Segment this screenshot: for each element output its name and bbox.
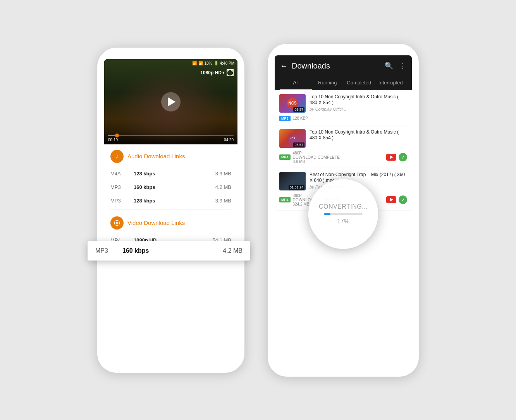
battery-text: 10% [205, 61, 212, 65]
item-1-title: Top 10 Non Copyright Intro & Outro Music… [310, 94, 407, 106]
video-section-header: Video Download Links [104, 211, 237, 233]
chevron-down-icon: ▾ [222, 70, 224, 75]
converting-overlay: CONVERTING... 17% [308, 179, 378, 249]
left-phone-screen: 📶 📶 10% 🔋 4:48 PM 1080p HD ▾ [104, 59, 237, 361]
quality-text: 1080p HD [200, 70, 222, 75]
audio-row-mp3-160[interactable]: MP3 160 kbps 4.2 MB [104, 180, 237, 194]
format-label: M4A [110, 171, 134, 177]
size-label: 4.2 MB [215, 184, 231, 190]
search-icon[interactable]: 🔍 [385, 62, 393, 70]
youtube-icon[interactable] [386, 154, 396, 161]
converting-bar-fill [324, 213, 330, 215]
converting-percent: 17% [337, 218, 349, 225]
tab-all[interactable]: All [280, 76, 312, 90]
app-header-top: ← Downloads 🔍 ⋮ [280, 62, 406, 70]
item-2-thumbnail: NCS 03:57 [279, 129, 306, 148]
play-triangle-icon [168, 97, 175, 106]
format-label: MP3 [110, 184, 134, 190]
item-3-title: Best of Non-Copyright Trap _ Mix (2017) … [310, 172, 407, 184]
download-item-2[interactable]: NCS 03:57 Top 10 Non Copyright Intro & O… [275, 125, 412, 168]
back-button[interactable]: ← [280, 62, 288, 70]
divider [110, 209, 231, 209]
item-2-format-badge: MP4 [279, 154, 291, 160]
audio-section-title: Audio Download Links [127, 153, 185, 159]
quality-label: 160 kbps [134, 184, 215, 190]
timeline-times: 00:19 04:20 [108, 138, 234, 142]
svg-point-1 [116, 222, 118, 224]
check-icon-3: ✓ [399, 195, 407, 204]
audio-row-m4a[interactable]: M4A 128 kbps 3.9 MB [104, 167, 237, 180]
item-3-thumbnail: 01:01:24 [279, 172, 306, 190]
item-1-quality: 128 KBP [293, 116, 407, 120]
quality-label: 128 kbps [134, 171, 215, 177]
quality-badge[interactable]: 1080p HD ▾ [200, 70, 224, 75]
item-2-actions: ✓ [386, 153, 407, 161]
right-phone: ← Downloads 🔍 ⋮ All Running Completed In… [268, 44, 419, 377]
highlighted-format: MP3 [95, 247, 122, 254]
audio-section-header: ♪ Audio Download Links [104, 144, 237, 167]
converting-progress-bar [324, 213, 363, 215]
highlighted-size: 4.2 MB [223, 247, 243, 254]
header-icons: 🔍 ⋮ [385, 62, 406, 70]
left-phone: 📶 📶 10% 🔋 4:48 PM 1080p HD ▾ [97, 48, 244, 373]
tab-completed[interactable]: Completed [343, 76, 375, 90]
download-item-1[interactable]: NCS 03:57 Top 10 Non Copyright Intro & O… [275, 90, 412, 125]
item-2-title: Top 10 Non Copyright Intro & Outro Music… [310, 129, 407, 141]
tabs-row: All Running Completed Interrupted [280, 76, 406, 90]
item-2-info: Top 10 Non Copyright Intro & Outro Music… [310, 129, 407, 142]
size-label: 3.9 MB [215, 171, 231, 177]
video-section-title: Video Download Links [127, 219, 185, 226]
video-controls-top: 1080p HD ▾ [200, 69, 234, 76]
format-label: MP3 [110, 198, 134, 204]
item-1-duration: 03:57 [293, 107, 304, 112]
highlighted-download-row[interactable]: MP3 160 kbps 4.2 MB [88, 241, 250, 261]
item-2-quality: 480P [293, 151, 384, 155]
size-label: 3.9 MB [215, 198, 231, 204]
fullscreen-icon[interactable] [227, 69, 234, 76]
item-1-format-badge: MP3 [279, 116, 291, 121]
item-1-bottom: MP3 128 KBP [279, 116, 407, 121]
item-1-info: Top 10 Non Copyright Intro & Outro Music… [310, 94, 407, 111]
item-2-size: 8.6 MB [293, 159, 384, 164]
wifi-icon: 📶 [192, 61, 197, 65]
timeline-dot [115, 134, 119, 137]
item-2-duration: 03:57 [293, 142, 304, 147]
highlighted-quality: 160 kbps [122, 247, 223, 254]
item-3-duration: 01:01:24 [289, 185, 304, 190]
item-2-status: DOWNLOAD COMPLETE [293, 155, 384, 159]
menu-icon[interactable]: ⋮ [399, 62, 406, 70]
timeline-bar[interactable] [108, 135, 234, 136]
time-text: 4:48 PM [220, 61, 234, 65]
signal-icon: 📶 [198, 61, 203, 65]
current-time: 00:19 [108, 138, 118, 142]
app-title: Downloads [292, 62, 381, 70]
youtube-icon-3[interactable] [386, 196, 396, 203]
quality-label: 128 kbps [134, 198, 215, 204]
item-1-top: NCS 03:57 Top 10 Non Copyright Intro & O… [279, 94, 407, 113]
converting-text: CONVERTING... [319, 203, 368, 210]
yt-play-triangle [390, 155, 393, 159]
battery-icon: 🔋 [214, 61, 218, 65]
item-1-thumbnail: NCS 03:57 [279, 94, 306, 113]
item-2-bottom: MP4 480P DOWNLOAD COMPLETE 8.6 MB ✓ [279, 151, 407, 164]
check-icon: ✓ [399, 153, 407, 161]
item-3-actions: ✓ [386, 195, 407, 204]
video-player[interactable]: 📶 📶 10% 🔋 4:48 PM 1080p HD ▾ [104, 59, 237, 144]
app-header: ← Downloads 🔍 ⋮ All Running Completed In… [275, 55, 412, 90]
audio-icon: ♪ [110, 150, 124, 163]
status-bar: 📶 📶 10% 🔋 4:48 PM [104, 59, 237, 68]
play-button[interactable] [161, 92, 181, 111]
audio-row-mp3-128[interactable]: MP3 128 kbps 3.9 MB [104, 194, 237, 207]
video-section-icon [110, 216, 124, 230]
item-1-author: by Coldplay Offici... [310, 107, 407, 111]
item-3-format-badge: MP4 [279, 197, 291, 202]
total-time: 04:20 [224, 138, 234, 142]
item-2-top: NCS 03:57 Top 10 Non Copyright Intro & O… [279, 129, 407, 148]
tab-running[interactable]: Running [312, 76, 344, 90]
video-timeline[interactable]: 00:19 04:20 [104, 133, 237, 144]
tab-interrupted[interactable]: Interrupted [375, 76, 407, 90]
yt-play-triangle-3 [390, 198, 393, 202]
